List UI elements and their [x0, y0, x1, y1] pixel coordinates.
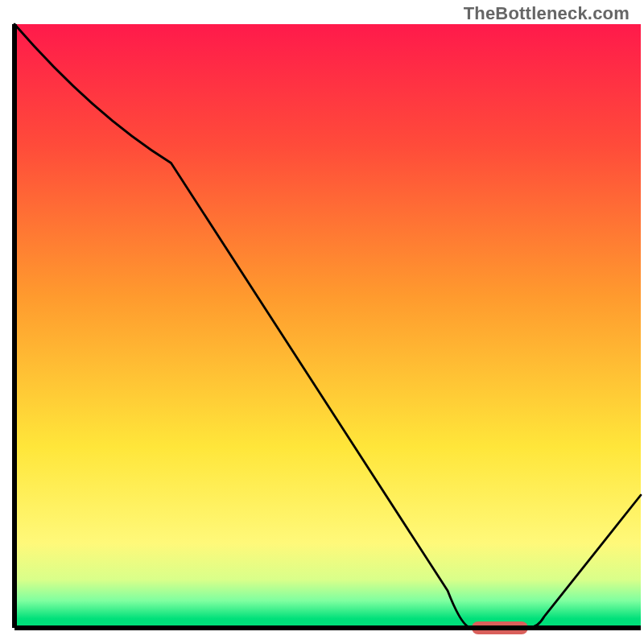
bottleneck-chart	[0, 0, 644, 644]
gradient-background	[14, 24, 641, 628]
chart-container: TheBottleneck.com	[0, 0, 644, 644]
plot-area	[14, 24, 641, 634]
